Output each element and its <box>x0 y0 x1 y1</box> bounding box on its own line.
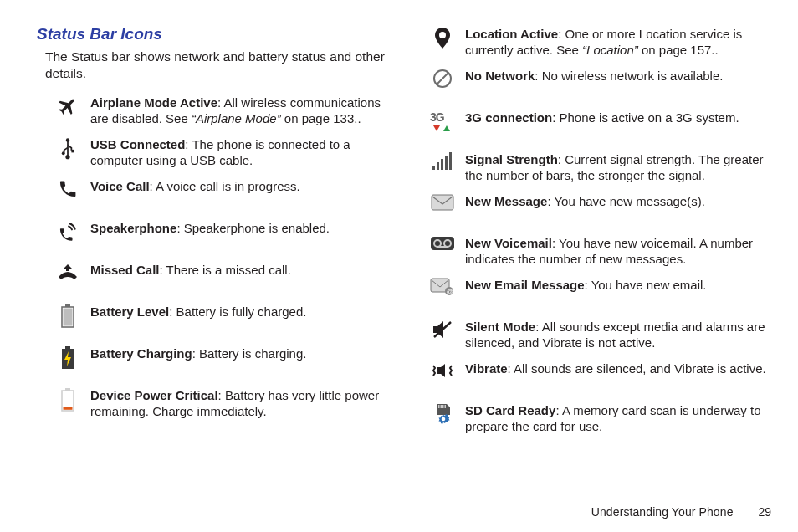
svg-line-16 <box>437 73 448 84</box>
item-text: : No wireless network is available. <box>535 69 723 83</box>
svg-rect-13 <box>64 407 73 410</box>
list-item: Vibrate: All sounds are silenced, and Vi… <box>420 360 775 393</box>
message-icon <box>420 192 465 223</box>
usb-icon <box>37 136 90 166</box>
svg-text:@: @ <box>447 288 453 295</box>
svg-rect-21 <box>437 162 439 170</box>
item-title: Device Power Critical <box>90 388 218 402</box>
section-intro: The Status bar shows network and battery… <box>45 49 391 82</box>
list-item: New Message: You have new message(s). <box>420 192 775 226</box>
svg-rect-7 <box>64 309 73 326</box>
page-footer: Understanding Your Phone 29 <box>37 505 775 520</box>
item-description: New Voicemail: You have new voicemail. A… <box>465 234 775 267</box>
list-item: No Network: No wireless network is avail… <box>420 67 775 100</box>
list-item: @ New Email Message: You have new email. <box>420 276 775 309</box>
svg-rect-24 <box>449 152 452 170</box>
battery-low-icon <box>37 386 90 417</box>
list-item: USB Connected: The phone is connected to… <box>37 136 391 169</box>
item-title: Signal Strength <box>465 152 558 166</box>
item-title: New Voicemail <box>465 236 552 250</box>
footer-section-name: Understanding Your Phone <box>591 505 734 519</box>
item-title: Missed Call <box>90 263 160 277</box>
battery-full-icon <box>37 303 90 333</box>
item-text: : Battery is fully charged. <box>169 304 306 319</box>
svg-rect-22 <box>441 159 443 170</box>
item-description: Voice Call: A voice call is in progress. <box>90 177 391 194</box>
missed-call-icon <box>37 261 90 291</box>
manual-page: Status Bar Icons The Status bar shows ne… <box>0 0 798 532</box>
svg-rect-8 <box>65 346 70 349</box>
svg-rect-25 <box>432 195 453 210</box>
list-item: Battery Charging: Battery is charging. <box>37 345 391 378</box>
svg-point-2 <box>65 155 69 159</box>
item-title: No Network <box>465 69 535 83</box>
list-item: Speakerphone: Speakerphone is enabled. <box>37 219 391 253</box>
svg-marker-35 <box>437 364 445 377</box>
item-description: Missed Call: There is a missed call. <box>90 261 391 278</box>
item-title: Airplane Mode Active <box>90 95 217 110</box>
list-item: Silent Mode: All sounds except media and… <box>420 318 775 351</box>
svg-point-14 <box>439 32 446 38</box>
item-title: Voice Call <box>90 179 150 193</box>
two-column-layout: Status Bar Icons The Status bar shows ne… <box>37 25 775 505</box>
item-description: Device Power Critical: Battery has very … <box>90 386 391 419</box>
email-icon: @ <box>420 276 465 306</box>
signal-bars-icon <box>420 151 465 181</box>
item-ref: “Location” <box>582 43 638 57</box>
item-text: : Speakerphone is enabled. <box>176 221 330 235</box>
airplane-icon <box>37 94 90 124</box>
right-column: Location Active: One or more Location se… <box>420 25 775 505</box>
item-title: Battery Level <box>90 304 169 319</box>
item-title: New Message <box>465 194 547 208</box>
list-item: 3G 3G connection: Phone is active on a 3… <box>420 109 775 142</box>
svg-rect-36 <box>438 405 440 408</box>
svg-rect-20 <box>432 166 435 170</box>
item-text: : All sounds are silenced, and Vibrate i… <box>508 361 766 376</box>
item-description: Battery Charging: Battery is charging. <box>90 345 391 361</box>
item-description: USB Connected: The phone is connected to… <box>90 136 391 168</box>
list-item: Missed Call: There is a missed call. <box>37 261 391 294</box>
item-title: USB Connected <box>90 137 185 151</box>
item-text: : A voice call is in progress. <box>150 179 300 193</box>
list-item: Device Power Critical: Battery has very … <box>37 386 391 420</box>
item-title: Silent Mode <box>465 320 535 334</box>
item-description: SD Card Ready: A memory card scan is und… <box>465 402 775 434</box>
svg-rect-37 <box>441 405 442 408</box>
phone-icon <box>37 177 90 207</box>
item-description: 3G connection: Phone is active on a 3G s… <box>465 109 775 125</box>
item-description: Airplane Mode Active: All wireless commu… <box>90 94 391 126</box>
item-title: SD Card Ready <box>465 403 555 417</box>
item-text: : Battery is charging. <box>192 346 307 361</box>
sd-card-icon <box>420 402 465 432</box>
left-column: Status Bar Icons The Status bar shows ne… <box>37 25 391 505</box>
list-item: Airplane Mode Active: All wireless commu… <box>37 94 391 127</box>
item-after: on page 157.. <box>638 43 719 57</box>
item-after: on page 133.. <box>281 111 361 125</box>
item-title: Location Active <box>465 27 558 41</box>
item-title: Battery Charging <box>90 346 192 361</box>
footer-page-number: 29 <box>758 505 771 519</box>
item-text: : Phone is active on a 3G system. <box>552 110 739 125</box>
list-item: Voice Call: A voice call is in progress. <box>37 177 391 211</box>
three-g-icon: 3G <box>420 109 465 139</box>
svg-rect-3 <box>71 150 74 153</box>
svg-point-4 <box>62 152 65 156</box>
list-item: Location Active: One or more Location se… <box>420 25 775 59</box>
svg-rect-23 <box>445 156 448 170</box>
item-description: No Network: No wireless network is avail… <box>465 67 775 84</box>
section-heading: Status Bar Icons <box>37 25 391 43</box>
list-item: SD Card Ready: A memory card scan is und… <box>420 402 775 435</box>
list-item: Battery Level: Battery is fully charged. <box>37 303 391 336</box>
location-icon <box>420 25 465 55</box>
item-description: Vibrate: All sounds are silenced, and Vi… <box>465 360 775 376</box>
item-title: New Email Message <box>465 278 585 292</box>
item-title: 3G connection <box>465 110 552 125</box>
item-text: : There is a missed call. <box>160 263 291 277</box>
item-description: Signal Strength: Current signal strength… <box>465 151 775 183</box>
vibrate-icon <box>420 360 465 390</box>
item-text: : You have new email. <box>585 278 707 292</box>
item-description: New Message: You have new message(s). <box>465 192 775 209</box>
item-description: Silent Mode: All sounds except media and… <box>465 318 775 350</box>
item-title: Vibrate <box>465 361 508 376</box>
item-ref: “Airplane Mode” <box>192 111 281 125</box>
